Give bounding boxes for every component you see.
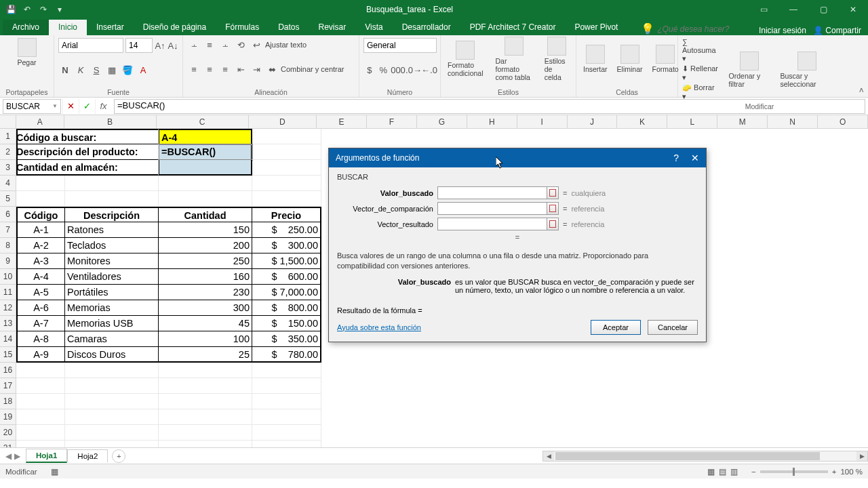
cell-C10[interactable]: 160 [159, 269, 252, 285]
sheet-nav-prev-icon[interactable]: ◀ [5, 451, 12, 461]
tab-pdf[interactable]: PDF Architect 7 Creator [460, 20, 566, 35]
cell-C12[interactable]: 300 [159, 300, 252, 316]
range-select-icon[interactable] [547, 202, 559, 215]
orientation-icon[interactable]: ⟲ [234, 38, 248, 52]
italic-button[interactable]: K [74, 63, 87, 77]
cell-styles-button[interactable]: Estilos de celda [542, 37, 572, 81]
horizontal-scrollbar[interactable]: ◀ ▶ [542, 451, 868, 462]
paste-button[interactable]: Pegar [4, 38, 50, 66]
cancel-formula-icon[interactable]: ✕ [62, 99, 79, 114]
tab-inicio[interactable]: Inicio [49, 20, 87, 35]
cell-B15[interactable]: Discos Duros [65, 347, 159, 363]
align-bot-icon[interactable]: ⫠ [218, 38, 232, 52]
range-select-icon[interactable] [547, 218, 559, 230]
find-button[interactable]: Buscar y seleccionar [777, 52, 837, 88]
col-A[interactable]: A [16, 115, 64, 128]
insert-button[interactable]: Insertar [580, 45, 610, 73]
cell-A10[interactable]: A-4 [16, 269, 65, 285]
cell-C2[interactable]: =BUSCAR() [159, 144, 252, 160]
col-K[interactable]: K [617, 115, 667, 128]
align-left-icon[interactable]: ≡ [187, 62, 201, 76]
scroll-right-icon[interactable]: ▶ [856, 451, 867, 461]
cell-D13[interactable]: $ 150.00 [252, 316, 321, 331]
dialog-help-icon[interactable]: ? [673, 152, 679, 163]
tell-me-input[interactable] [657, 24, 752, 34]
cell-C1[interactable]: A-4 [159, 129, 252, 144]
sheet-nav-next-icon[interactable]: ▶ [14, 451, 20, 461]
redo-icon[interactable]: ↷ [38, 4, 49, 15]
cell-D14[interactable]: $ 350.00 [252, 331, 321, 347]
arg-input-vector-res[interactable] [437, 218, 547, 230]
cell-A15[interactable]: A-9 [16, 347, 65, 363]
zoom-in-icon[interactable]: + [832, 468, 837, 476]
scroll-thumb[interactable] [555, 452, 820, 460]
col-D[interactable]: D [249, 115, 317, 128]
cell-C7[interactable]: 150 [159, 222, 252, 238]
fill-color-icon[interactable]: 🪣 [121, 63, 134, 77]
col-I[interactable]: I [517, 115, 568, 128]
delete-button[interactable]: Eliminar [614, 45, 646, 73]
tab-powerpivot[interactable]: Power Pivot [565, 20, 627, 35]
signin-link[interactable]: Iniciar sesión [759, 26, 806, 35]
align-center-icon[interactable]: ≡ [203, 62, 216, 76]
cell-B12[interactable]: Memorias [65, 300, 159, 316]
cell-C8[interactable]: 200 [159, 238, 252, 253]
zoom-level[interactable]: 100 % [840, 468, 863, 476]
view-pagebreak-icon[interactable]: ▥ [730, 467, 738, 476]
cell-B1[interactable]: Código a buscar: [65, 129, 159, 144]
cell-B9[interactable]: Monitores [65, 253, 159, 269]
arg-input-valor-buscado[interactable] [437, 186, 547, 199]
cell-B11[interactable]: Portátiles [65, 285, 159, 300]
indent-inc-icon[interactable]: ⇥ [250, 62, 263, 76]
font-name-input[interactable] [58, 38, 123, 53]
maximize-icon[interactable]: ▢ [808, 0, 838, 19]
view-normal-icon[interactable]: ▦ [707, 467, 715, 476]
currency-icon[interactable]: $ [363, 63, 376, 77]
align-right-icon[interactable]: ≡ [218, 62, 232, 76]
sort-button[interactable]: Ordenar y filtrar [726, 52, 772, 88]
minimize-icon[interactable]: — [778, 0, 808, 19]
underline-button[interactable]: S [90, 63, 103, 77]
font-color-icon[interactable]: A [136, 63, 150, 77]
inc-decimal-icon[interactable]: .0→ [407, 63, 420, 77]
range-select-icon[interactable] [547, 186, 559, 199]
cell-C11[interactable]: 230 [159, 285, 252, 300]
chevron-down-icon[interactable]: ▼ [52, 103, 58, 109]
cell-C3[interactable] [159, 160, 252, 176]
tab-file[interactable]: Archivo [3, 20, 49, 35]
cell-C14[interactable]: 100 [159, 331, 252, 347]
col-M[interactable]: M [717, 115, 768, 128]
format-button[interactable]: Formato [650, 45, 682, 73]
col-H[interactable]: H [467, 115, 517, 128]
zoom-slider[interactable] [760, 470, 828, 473]
cell-C13[interactable]: 45 [159, 316, 252, 331]
tab-insertar[interactable]: Insertar [87, 20, 134, 35]
cell-B14[interactable]: Camaras [65, 331, 159, 347]
clear-button[interactable]: 🧽 Borrar ▾ [682, 83, 721, 101]
percent-icon[interactable]: % [378, 63, 390, 77]
col-B[interactable]: B [64, 115, 157, 128]
cell-C9[interactable]: 250 [159, 253, 252, 269]
cell-D11[interactable]: $ 7,000.00 [252, 285, 321, 300]
cell-A7[interactable]: A-1 [16, 222, 65, 238]
cell-A14[interactable]: A-8 [16, 331, 65, 347]
scroll-left-icon[interactable]: ◀ [543, 451, 554, 461]
arg-input-vector-comp[interactable] [437, 202, 547, 215]
undo-icon[interactable]: ↶ [22, 4, 33, 15]
fx-icon[interactable]: fx [95, 99, 111, 114]
col-J[interactable]: J [568, 115, 618, 128]
dialog-help-link[interactable]: Ayuda sobre esta función [337, 323, 421, 331]
cell-A12[interactable]: A-6 [16, 300, 65, 316]
qat-customize-icon[interactable]: ▾ [54, 4, 65, 15]
cell-D12[interactable]: $ 800.00 [252, 300, 321, 316]
ok-button[interactable]: Aceptar [591, 320, 641, 335]
align-top-icon[interactable]: ⫠ [187, 38, 201, 52]
collapse-ribbon-icon[interactable]: ʌ [859, 85, 864, 94]
tab-diseno[interactable]: Diseño de página [134, 20, 216, 35]
cell-D10[interactable]: $ 600.00 [252, 269, 321, 285]
dec-decimal-icon[interactable]: ←.0 [422, 63, 436, 77]
fill-button[interactable]: ⬇ Rellenar ▾ [682, 64, 721, 82]
cell-D15[interactable]: $ 780.00 [252, 347, 321, 363]
name-box[interactable]: BUSCAR▼ [3, 99, 61, 114]
tab-datos[interactable]: Datos [269, 20, 309, 35]
